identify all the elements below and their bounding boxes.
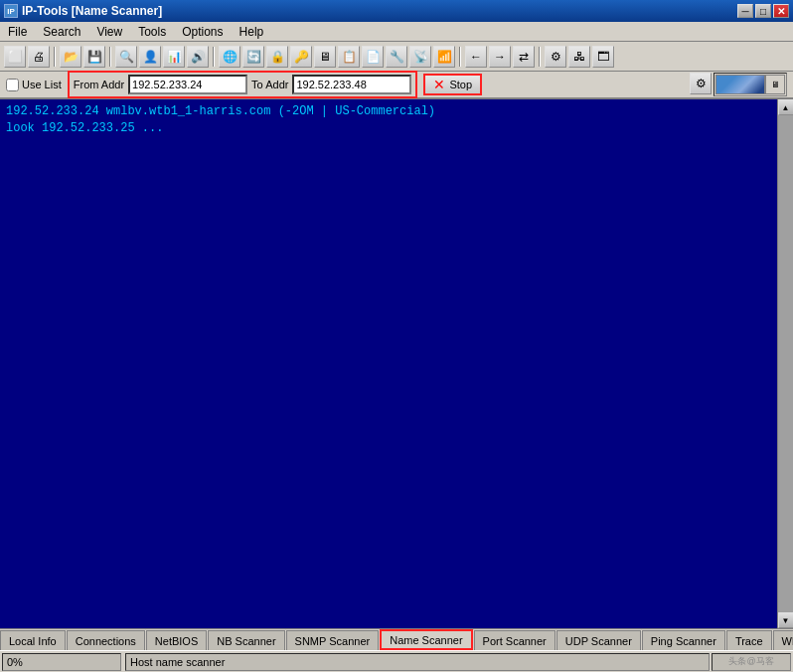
from-addr-input[interactable] (128, 75, 247, 94)
toolbar-key[interactable]: 🔑 (290, 46, 312, 68)
tab-trace[interactable]: Trace (726, 630, 772, 650)
from-addr-label: From Addr (74, 79, 124, 90)
toolbar-separator-1 (54, 47, 56, 67)
vertical-scrollbar[interactable]: ▲ ▼ (777, 99, 793, 628)
main-toolbar: ⬜ 🖨 📂 💾 🔍 👤 📊 🔊 🌐 🔄 🔒 🔑 🖥 📋 📄 🔧 📡 📶 ← → … (0, 42, 793, 72)
status-logo: 头条@马客 (712, 653, 791, 671)
toolbar-right-1[interactable]: ⚙ (690, 73, 712, 94)
scroll-down-arrow[interactable]: ▼ (778, 612, 794, 628)
maximize-button[interactable]: □ (755, 4, 771, 18)
scan-line-2: look 192.52.233.25 ... (6, 120, 787, 137)
toolbar-sound[interactable]: 🔊 (187, 46, 209, 68)
menu-view[interactable]: View (88, 23, 130, 41)
toolbar-separator-3 (213, 47, 215, 67)
scan-line-1: 192.52.233.24 wmlbv.wtb1_1-harris.com (-… (6, 103, 787, 120)
to-addr-label: To Addr (251, 79, 288, 90)
toolbar-user[interactable]: 👤 (139, 46, 161, 68)
tab-whois[interactable]: WhoIs (773, 630, 793, 650)
menu-file[interactable]: File (0, 23, 35, 41)
app-window: IP IP-Tools [Name Scanner] ─ □ ✕ File Se… (0, 0, 793, 672)
toolbar-save[interactable]: 💾 (83, 46, 105, 68)
tab-port-scanner[interactable]: Port Scanner (474, 630, 555, 650)
tab-nb-scanner[interactable]: NB Scanner (208, 630, 284, 650)
toolbar-refresh[interactable]: 🔄 (242, 46, 264, 68)
scroll-up-arrow[interactable]: ▲ (778, 99, 794, 115)
toolbar-chart[interactable]: 📊 (163, 46, 185, 68)
menu-bar: File Search View Tools Options Help (0, 22, 793, 42)
title-bar: IP IP-Tools [Name Scanner] ─ □ ✕ (0, 0, 793, 22)
status-text-value: Host name scanner (130, 656, 225, 668)
toolbar-new[interactable]: ⬜ (4, 46, 26, 68)
menu-tools[interactable]: Tools (130, 23, 174, 41)
title-buttons: ─ □ ✕ (737, 4, 789, 18)
toolbar-open[interactable]: 📂 (60, 46, 81, 68)
progress-value: 0% (7, 656, 23, 668)
menu-help[interactable]: Help (232, 23, 272, 41)
toolbar-signal[interactable]: 📶 (433, 46, 455, 68)
use-list-group: Use List (6, 79, 62, 91)
content-area: 192.52.233.24 wmlbv.wtb1_1-harris.com (-… (0, 99, 793, 672)
progress-indicator: 0% (2, 653, 121, 671)
tab-name-scanner[interactable]: Name Scanner (380, 629, 472, 650)
toolbar-exchange[interactable]: ⇄ (513, 46, 535, 68)
minimize-button[interactable]: ─ (737, 4, 753, 18)
toolbar-print[interactable]: 🖨 (28, 46, 50, 68)
toolbar-find[interactable]: 🔍 (115, 46, 137, 68)
status-message: Host name scanner (125, 653, 710, 671)
toolbar-arrow-left[interactable]: ← (465, 46, 487, 68)
tab-connections[interactable]: Connections (67, 630, 145, 650)
toolbar-arrow-right[interactable]: → (489, 46, 511, 68)
tab-bar: Local Info Connections NetBIOS NB Scanne… (0, 628, 793, 650)
stop-label: Stop (449, 79, 472, 90)
stop-button[interactable]: ✕ Stop (423, 74, 482, 95)
toolbar-separator-2 (109, 47, 111, 67)
toolbar-settings[interactable]: 🔧 (386, 46, 407, 68)
thumbnail-extra: 🖥 (765, 75, 785, 94)
menu-search[interactable]: Search (35, 23, 88, 41)
scroll-track[interactable] (778, 115, 793, 612)
right-toolbar: ⚙ 🖥 (690, 73, 787, 96)
title-bar-left: IP IP-Tools [Name Scanner] (4, 4, 162, 18)
tab-netbios[interactable]: NetBIOS (146, 630, 207, 650)
toolbar-extra1[interactable]: 🖧 (568, 46, 590, 68)
thumbnail-image (715, 75, 765, 94)
scan-output-area: 192.52.233.24 wmlbv.wtb1_1-harris.com (-… (0, 99, 793, 628)
status-bar: 0% Host name scanner 头条@马客 (0, 650, 793, 672)
tab-snmp-scanner[interactable]: SNMP Scanner (286, 630, 380, 650)
toolbar-list[interactable]: 📋 (338, 46, 360, 68)
toolbar-lock[interactable]: 🔒 (266, 46, 288, 68)
scanner-bar: Use List From Addr To Addr ✕ Stop ⚙ 🖥 (0, 72, 793, 99)
tab-udp-scanner[interactable]: UDP Scanner (556, 630, 641, 650)
toolbar-config[interactable]: ⚙ (545, 46, 566, 68)
scan-output: 192.52.233.24 wmlbv.wtb1_1-harris.com (-… (0, 99, 793, 141)
toolbar-separator-5 (539, 47, 541, 67)
app-icon: IP (4, 4, 18, 18)
tab-ping-scanner[interactable]: Ping Scanner (642, 630, 725, 650)
toolbar-separator-4 (459, 47, 461, 67)
use-list-checkbox[interactable] (6, 79, 19, 91)
tab-local-info[interactable]: Local Info (0, 630, 66, 650)
toolbar-doc[interactable]: 📄 (362, 46, 384, 68)
menu-options[interactable]: Options (174, 23, 231, 41)
addr-group: From Addr To Addr (68, 71, 418, 98)
close-button[interactable]: ✕ (773, 4, 789, 18)
toolbar-monitor[interactable]: 🖥 (314, 46, 336, 68)
toolbar-web[interactable]: 🌐 (219, 46, 240, 68)
logo-text: 头条@马客 (728, 655, 773, 668)
use-list-label: Use List (22, 79, 62, 90)
to-addr-input[interactable] (292, 75, 411, 94)
toolbar-extra2[interactable]: 🗔 (592, 46, 614, 68)
window-title: IP-Tools [Name Scanner] (22, 4, 162, 18)
thumbnail-panel: 🖥 (714, 73, 787, 96)
stop-icon: ✕ (433, 77, 445, 92)
toolbar-antenna[interactable]: 📡 (409, 46, 431, 68)
